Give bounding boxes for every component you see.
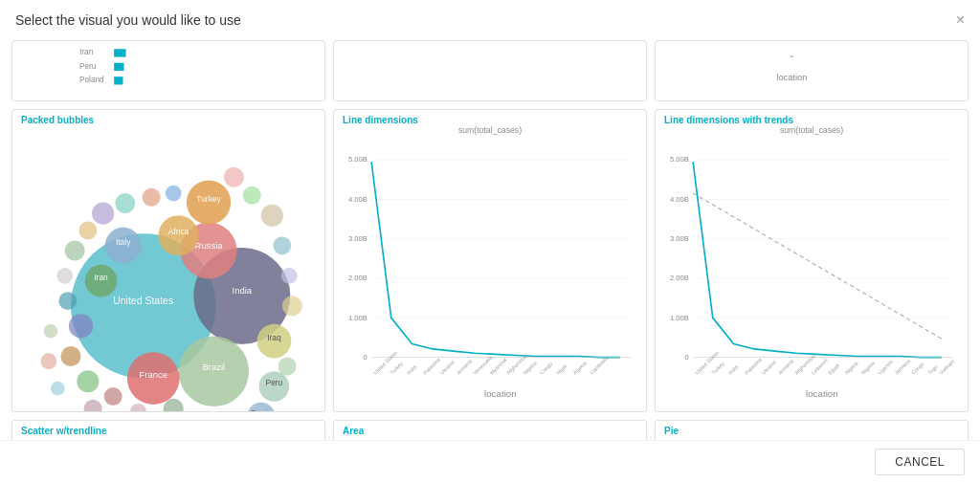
top-card-1[interactable]: Iran Peru Poland [11,40,325,101]
svg-point-36 [58,292,77,310]
card-label-packed-bubbles: Packed bubbles [18,114,97,126]
svg-text:Algeria: Algeria [572,360,589,376]
svg-text:⌄: ⌄ [789,51,795,59]
svg-point-49 [282,296,302,316]
svg-text:1.00B: 1.00B [348,314,368,322]
card-packed-bubbles[interactable]: Packed bubbles United States India Brazi… [11,109,325,412]
card-label-scatter-trendline: Scatter w/trendline [18,425,109,437]
svg-text:Brazil: Brazil [203,362,226,372]
svg-point-38 [65,241,85,261]
svg-point-44 [224,167,244,187]
svg-text:Niger: Niger [555,362,568,376]
top-card-3[interactable]: location ⌄ [655,40,969,101]
svg-text:location: location [776,73,807,82]
svg-text:Russia: Russia [195,240,224,251]
svg-text:Togo: Togo [926,363,939,376]
svg-text:sum(total_cases): sum(total_cases) [780,125,843,135]
svg-text:3.00B: 3.00B [348,234,368,243]
card-scatter-trendline[interactable]: Scatter w/trendline sum(total_cases) ⌐ [11,420,325,440]
svg-text:Armenia: Armenia [777,358,795,376]
svg-text:Africa: Africa [168,227,189,236]
svg-point-37 [56,268,73,284]
svg-point-56 [44,324,58,339]
svg-point-33 [60,346,80,366]
svg-text:1.00B: 1.00B [670,314,689,322]
dialog-header: Select the visual you would like to use … [0,0,980,36]
svg-point-42 [143,188,161,207]
svg-text:Italy: Italy [116,237,131,247]
svg-point-40 [92,203,114,225]
dialog-content: Iran Peru Poland location ⌄ [0,36,980,440]
svg-text:Nigeria: Nigeria [860,360,877,376]
svg-rect-4 [114,63,123,71]
cancel-button[interactable]: CANCEL [875,449,965,475]
svg-text:2.00B: 2.00B [348,274,368,282]
svg-text:Palestine: Palestine [422,357,441,376]
svg-point-41 [115,193,135,213]
card-pie[interactable]: Pie [655,420,969,440]
svg-text:0: 0 [364,353,368,362]
svg-text:Peru: Peru [266,378,283,387]
svg-text:4.00B: 4.00B [670,195,689,204]
svg-text:United States: United States [113,295,173,306]
svg-text:Algeria: Algeria [843,360,859,376]
svg-text:location: location [806,388,838,399]
svg-text:0: 0 [685,353,689,362]
svg-text:Congo: Congo [910,361,925,376]
card-label-pie: Pie [661,425,681,437]
svg-text:location: location [484,388,517,399]
card-line-dimensions[interactable]: Line dimensions sum(total_cases) 5.00B 4… [333,109,647,412]
card-label-area: Area [340,425,367,437]
svg-rect-5 [114,77,122,84]
svg-text:Iraq: Iraq [267,333,281,342]
svg-text:Jamaica: Jamaica [894,358,912,376]
svg-point-35 [104,387,122,406]
svg-point-45 [243,187,261,205]
top-card-2[interactable] [333,40,647,101]
card-line-dimensions-trends[interactable]: Line dimensions with trends sum(total_ca… [655,109,969,412]
svg-text:Turkey: Turkey [710,361,725,376]
svg-text:sum(total_cases): sum(total_cases) [458,125,522,135]
top-row: Iran Peru Poland location ⌄ [11,40,969,101]
svg-text:Iran: Iran [79,48,94,56]
svg-text:India: India [727,363,740,376]
svg-text:Spain: Spain [251,408,272,412]
svg-point-39 [78,222,97,240]
svg-text:Ukraine: Ukraine [438,359,455,375]
svg-text:Vietnam: Vietnam [938,358,956,376]
svg-point-55 [40,353,56,369]
svg-text:India: India [406,363,418,376]
svg-point-54 [51,382,65,396]
svg-text:Turkey: Turkey [389,361,404,376]
svg-text:4.00B: 4.00B [348,195,368,204]
main-grid: Packed bubbles United States India Brazi… [11,109,969,440]
svg-text:Congo: Congo [539,361,554,376]
svg-text:2.00B: 2.00B [670,274,689,282]
svg-text:Uganda: Uganda [877,358,894,375]
svg-point-32 [69,314,93,338]
svg-point-46 [261,205,283,227]
svg-text:Iran: Iran [94,273,108,282]
svg-point-50 [278,358,297,376]
svg-text:Peru: Peru [79,62,97,71]
svg-text:Egypt: Egypt [827,362,840,375]
svg-point-48 [281,268,298,284]
svg-text:Palestine: Palestine [744,357,763,376]
svg-point-47 [273,236,291,254]
visual-selector-dialog: Select the visual you would like to use … [0,0,980,483]
svg-point-34 [77,370,99,392]
svg-point-43 [166,186,182,202]
svg-text:3.00B: 3.00B [670,234,689,243]
dialog-title: Select the visual you would like to use [15,12,241,28]
svg-text:Nigeria: Nigeria [522,360,538,376]
svg-point-53 [84,400,102,411]
card-area[interactable]: Area sum(total_cases) 5.00B ⌐ [333,420,647,440]
svg-point-51 [130,404,146,411]
card-label-line-dimensions: Line dimensions [340,114,421,126]
close-button[interactable]: × [956,11,965,29]
dialog-footer: CANCEL [0,440,980,483]
svg-text:France: France [140,369,167,380]
svg-text:5.00B: 5.00B [348,155,368,164]
svg-text:5.00B: 5.00B [670,155,689,164]
svg-text:Poland: Poland [79,76,104,84]
